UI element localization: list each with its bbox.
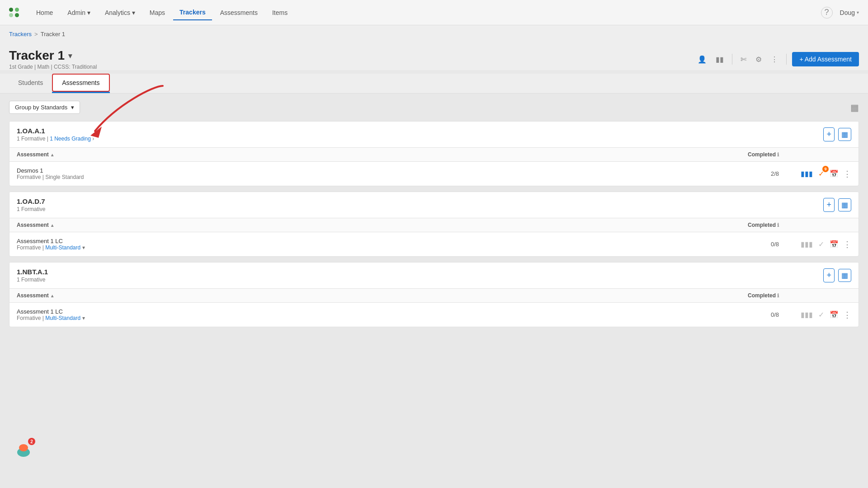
- row-actions-lc2: ▮▮▮ ✓ 📅 ⋮: [793, 310, 851, 320]
- assessment-name-lc1: Assessment 1 LC: [17, 238, 502, 244]
- bar-chart-icon-lc2[interactable]: ▮▮▮: [800, 310, 814, 320]
- assessment-table-1OAD7: Assessment ▲ Completed ℹ Assessment 1 LC…: [9, 218, 859, 256]
- calendar-icon-desmos1[interactable]: 📅: [829, 169, 840, 179]
- calendar-icon-lc1[interactable]: 📅: [829, 239, 840, 249]
- group-by-select[interactable]: Group by Standards ▾: [9, 101, 80, 114]
- sort-icon-assessment-1OAD7[interactable]: ▲: [50, 223, 55, 228]
- chart-icon-1OAA1[interactable]: ▦: [838, 128, 851, 141]
- table-row: Desmos 1 Formative | Single Standard 2/8…: [9, 162, 859, 186]
- info-icon-1OAD7: ℹ: [777, 222, 779, 228]
- logo[interactable]: [9, 8, 19, 18]
- info-icon-completed-1OAA1: ℹ: [777, 152, 779, 158]
- standard-count-1OAD7: 1 Formative: [17, 206, 45, 212]
- standard-actions-1OAD7: + ▦: [823, 198, 851, 212]
- assessment-name-desmos1: Desmos 1: [17, 167, 500, 174]
- check-badge-count-desmos1: 9: [822, 166, 829, 172]
- row-actions-desmos1: ▮▮▮ ✓ 9 📅 ⋮: [793, 169, 851, 179]
- group-by-label: Group by Standards: [15, 104, 67, 111]
- user-icon[interactable]: 👤: [695, 52, 709, 66]
- user-name: Doug: [840, 9, 855, 16]
- col-completed-1OAA1: Completed: [748, 151, 776, 158]
- nav-home[interactable]: Home: [30, 5, 59, 20]
- nav-trackers[interactable]: Trackers: [173, 5, 212, 20]
- standard-title-1OAD7: 1.OA.D.7: [17, 197, 45, 205]
- check-icon-lc1[interactable]: ✓: [817, 239, 825, 249]
- add-assessment-icon-1OAA1[interactable]: +: [823, 127, 835, 141]
- col-assessment-1OAA1: Assessment: [17, 151, 49, 158]
- check-icon-lc2[interactable]: ✓: [817, 310, 825, 320]
- assessment-table-1NBTA1: Assessment ▲ Completed ℹ Assessment 1 LC…: [9, 288, 859, 327]
- info-icon-1NBTA1: ℹ: [777, 293, 779, 299]
- more-menu-desmos1[interactable]: ⋮: [843, 169, 851, 179]
- col-completed-1NBTA1: Completed: [748, 292, 776, 299]
- standard-count-1NBTA1: 1 Formative: [17, 277, 45, 283]
- calendar-icon-lc2[interactable]: 📅: [829, 310, 840, 320]
- group-by-chevron: ▾: [71, 104, 74, 111]
- tab-students[interactable]: Students: [9, 74, 52, 93]
- tabs-bar: Students Assessments: [0, 74, 868, 94]
- sort-icon-assessment-1OAA1[interactable]: ▲: [50, 152, 55, 157]
- help-icon[interactable]: ?: [821, 7, 833, 19]
- breadcrumb-separator: >: [34, 31, 38, 38]
- more-menu-lc1[interactable]: ⋮: [843, 239, 851, 249]
- multi-standard-link-1OAD7[interactable]: Multi-Standard: [45, 244, 80, 251]
- add-assessment-icon-1NBTA1[interactable]: +: [823, 268, 835, 282]
- standard-actions-1NBTA1: + ▦: [823, 268, 851, 282]
- columns-icon[interactable]: ▮▮: [713, 52, 726, 66]
- multi-standard-link-1NBTA1[interactable]: Multi-Standard: [45, 315, 80, 321]
- page-title-section: Tracker 1 ▾ 1st Grade | Math | CCSS: Tra…: [9, 48, 97, 70]
- row-actions-lc1: ▮▮▮ ✓ 📅 ⋮: [793, 239, 851, 249]
- col-assessment-1NBTA1: Assessment: [17, 292, 49, 299]
- standard-section-1OAA1: 1.OA.A.1 1 Formative | 1 Needs Grading ›…: [9, 121, 859, 186]
- add-assessment-button[interactable]: + Add Assessment: [792, 52, 859, 66]
- completed-desmos1: 2/8: [771, 170, 779, 177]
- nav-items[interactable]: Items: [266, 5, 294, 20]
- page-title-text: Tracker 1: [9, 48, 65, 63]
- standard-section-1NBTA1: 1.NBT.A.1 1 Formative + ▦ Assessment ▲ C…: [9, 262, 859, 327]
- needs-grading-link-1OAA1[interactable]: 1 Needs Grading: [50, 136, 91, 142]
- scissors-icon[interactable]: ✄: [738, 52, 749, 66]
- breadcrumb: Trackers > Tracker 1: [0, 25, 868, 43]
- filter-right-icon[interactable]: ▦: [850, 102, 859, 113]
- table-row: Assessment 1 LC Formative | Multi-Standa…: [9, 232, 859, 257]
- check-badge-icon-desmos1[interactable]: ✓ 9: [817, 169, 825, 179]
- completed-lc1: 0/8: [771, 241, 779, 248]
- breadcrumb-current: Tracker 1: [41, 31, 65, 38]
- topbar: Home Admin ▾ Analytics ▾ Maps Trackers A…: [0, 0, 868, 25]
- title-chevron-down[interactable]: ▾: [68, 52, 72, 60]
- divider-2: [786, 54, 787, 65]
- standard-count-1OAA1: 1 Formative: [17, 136, 45, 142]
- more-menu-lc2[interactable]: ⋮: [843, 310, 851, 320]
- more-options-icon[interactable]: ⋮: [768, 52, 781, 66]
- standard-title-1OAA1: 1.OA.A.1: [17, 127, 94, 135]
- chart-icon-1NBTA1[interactable]: ▦: [838, 269, 851, 282]
- assessment-name-lc2: Assessment 1 LC: [17, 308, 502, 315]
- nav-maps[interactable]: Maps: [143, 5, 171, 20]
- page-header: Tracker 1 ▾ 1st Grade | Math | CCSS: Tra…: [0, 43, 868, 70]
- nav-admin[interactable]: Admin ▾: [61, 5, 97, 20]
- table-row: Assessment 1 LC Formative | Multi-Standa…: [9, 303, 859, 327]
- bar-chart-icon-lc1[interactable]: ▮▮▮: [800, 239, 814, 249]
- tab-assessments[interactable]: Assessments: [52, 74, 109, 93]
- assessment-type-lc1: Formative | Multi-Standard ▾: [17, 244, 502, 251]
- user-menu[interactable]: Doug ▾: [840, 9, 859, 16]
- nav-analytics[interactable]: Analytics ▾: [99, 5, 142, 20]
- page-subtitle: 1st Grade | Math | CCSS: Traditional: [9, 64, 97, 70]
- filter-bar: Group by Standards ▾ ▦: [9, 101, 859, 114]
- page-actions: 👤 ▮▮ ✄ ⚙ ⋮ + Add Assessment: [695, 48, 859, 66]
- standard-actions-1OAA1: + ▦: [823, 127, 851, 141]
- standard-section-1OAD7: 1.OA.D.7 1 Formative + ▦ Assessment ▲ Co…: [9, 192, 859, 257]
- assessment-table-1OAA1: Assessment ▲ Completed ℹ Desmos 1 Format…: [9, 147, 859, 186]
- settings-icon[interactable]: ⚙: [753, 52, 764, 66]
- standard-header-1OAA1: 1.OA.A.1 1 Formative | 1 Needs Grading ›…: [9, 122, 859, 147]
- nav-assessments[interactable]: Assessments: [214, 5, 264, 20]
- content-area: Group by Standards ▾ ▦ 1.OA.A.1 1 Format…: [0, 94, 868, 340]
- bar-chart-icon-desmos1[interactable]: ▮▮▮: [800, 169, 814, 179]
- breadcrumb-trackers[interactable]: Trackers: [9, 31, 32, 38]
- sort-icon-1NBTA1[interactable]: ▲: [50, 293, 55, 298]
- add-assessment-icon-1OAD7[interactable]: +: [823, 198, 835, 212]
- divider-1: [732, 54, 732, 65]
- col-completed-1OAD7: Completed: [748, 222, 776, 228]
- assessment-type-desmos1: Formative | Single Standard: [17, 174, 500, 180]
- chart-icon-1OAD7[interactable]: ▦: [838, 198, 851, 211]
